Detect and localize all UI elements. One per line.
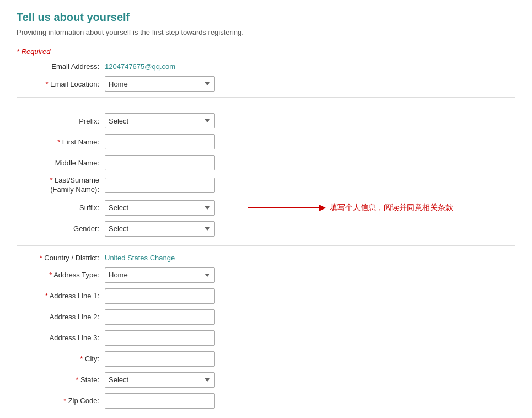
page-title: Tell us about yourself (17, 11, 515, 24)
address-line3-input[interactable] (105, 330, 215, 346)
required-note: * Required (17, 47, 515, 56)
last-name-row: Last/Surname(Family Name): (17, 176, 515, 195)
last-name-label: Last/Surname(Family Name): (17, 176, 105, 195)
country-name: United States (105, 254, 148, 262)
zip-label: Zip Code: (17, 396, 105, 405)
middle-name-label: Middle Name: (17, 159, 105, 167)
city-label: City: (17, 355, 105, 363)
first-name-label: First Name: (17, 138, 105, 146)
address-line1-input[interactable] (105, 288, 215, 304)
name-section-divider (17, 97, 515, 113)
email-location-row: Email Location: Home Work Other (17, 76, 515, 92)
address-line1-label: Address Line 1: (17, 292, 105, 300)
email-location-select[interactable]: Home Work Other (105, 76, 215, 92)
city-row: City: (17, 351, 515, 367)
first-name-row: First Name: (17, 134, 515, 149)
country-change-link[interactable]: Change (150, 254, 175, 262)
state-row: State: Select (17, 372, 515, 388)
state-select[interactable]: Select (105, 372, 215, 388)
address-type-label: Address Type: (17, 271, 105, 279)
address-line2-row: Address Line 2: (17, 309, 515, 325)
zip-row: Zip Code: (17, 393, 515, 409)
address-line1-row: Address Line 1: (17, 288, 515, 304)
address-section-divider (17, 245, 515, 246)
country-value: United States Change (105, 254, 175, 262)
annotation-arrow: 填写个人信息，阅读并同意相关条款 (248, 203, 453, 213)
country-row: Country / District: United States Change (17, 254, 515, 262)
gender-row: Gender: Select Male Female Non-binary Pr… (17, 221, 515, 237)
arrow-line (248, 207, 325, 208)
state-label: State: (17, 376, 105, 384)
address-type-select[interactable]: Home Work Other (105, 267, 215, 283)
gender-select[interactable]: Select Male Female Non-binary Prefer not… (105, 221, 215, 237)
suffix-select[interactable]: Select Jr. Sr. II III (105, 200, 215, 216)
address-line3-row: Address Line 3: (17, 330, 515, 346)
address-type-row: Address Type: Home Work Other (17, 267, 515, 283)
suffix-label: Suffix: (17, 203, 105, 212)
annotation-text: 填写个人信息，阅读并同意相关条款 (330, 203, 453, 213)
email-location-label: Email Location: (17, 80, 105, 88)
email-value: 1204747675@qq.com (105, 62, 175, 71)
email-label: Email Address: (17, 62, 105, 71)
prefix-label: Prefix: (17, 117, 105, 125)
city-input[interactable] (105, 351, 215, 367)
page-subtitle: Providing information about yourself is … (17, 28, 515, 36)
prefix-select[interactable]: Select Mr. Mrs. Ms. Dr. Prof. (105, 113, 215, 128)
suffix-row: Suffix: Select Jr. Sr. II III 填写个人信息，阅读并… (17, 200, 515, 216)
prefix-row: Prefix: Select Mr. Mrs. Ms. Dr. Prof. (17, 113, 515, 128)
address-line2-label: Address Line 2: (17, 313, 105, 321)
country-label: Country / District: (17, 254, 105, 262)
first-name-input[interactable] (105, 134, 215, 149)
middle-name-input[interactable] (105, 155, 215, 170)
zip-input[interactable] (105, 393, 215, 409)
address-line3-label: Address Line 3: (17, 334, 105, 342)
email-row: Email Address: 1204747675@qq.com (17, 62, 515, 71)
gender-label: Gender: (17, 224, 105, 233)
middle-name-row: Middle Name: (17, 155, 515, 170)
last-name-input[interactable] (105, 178, 215, 193)
address-line2-input[interactable] (105, 309, 215, 325)
